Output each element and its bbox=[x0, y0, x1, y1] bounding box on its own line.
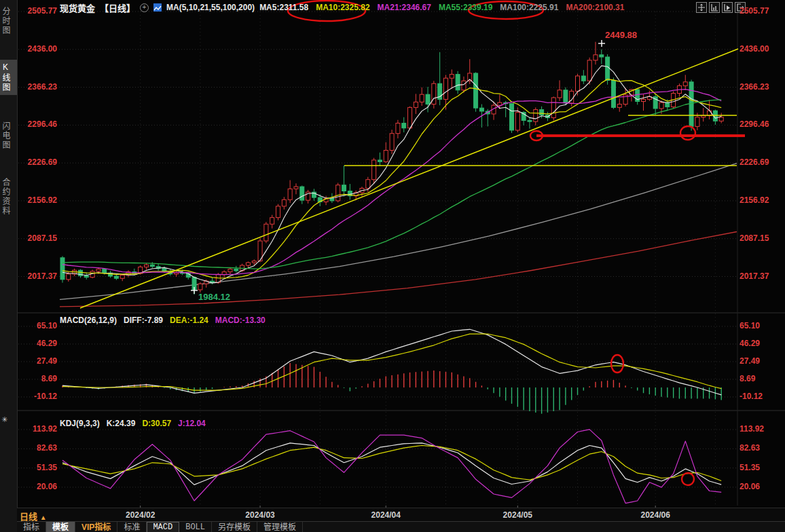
chart-canvas[interactable] bbox=[0, 0, 785, 532]
left-sidebar: 分时图K线图闪电图合约资料 ✳ bbox=[0, 0, 18, 532]
indicator-tab-bar: 指标模板VIP指标标准MACDBOLL另存模板管理模板 bbox=[17, 521, 785, 532]
sidebar-item-4[interactable]: 合约资料 bbox=[0, 175, 17, 218]
ma-legend-item-3: MA21:2346.67 bbox=[378, 3, 431, 12]
period-selector-label: 日线 bbox=[20, 512, 37, 522]
kdj-d-value: D:30.57 bbox=[142, 419, 171, 428]
ma-legend-item-1: MA5:2311.58 bbox=[259, 3, 308, 12]
ma-legend-item-6: MA200:2100.31 bbox=[566, 3, 624, 12]
x-axis-month-label: 2024/02 bbox=[126, 510, 155, 520]
tab-MACD[interactable]: MACD bbox=[147, 522, 179, 532]
ma-legend-icon bbox=[153, 3, 162, 12]
macd-dea-value: DEA:-1.24 bbox=[170, 316, 208, 325]
chevron-up-icon: ▲ bbox=[40, 514, 47, 521]
chart-toolbar bbox=[696, 2, 746, 13]
kdj-k-value: K:24.39 bbox=[107, 419, 136, 428]
tab-标准[interactable]: 标准 bbox=[117, 522, 147, 532]
tab-VIP指标[interactable]: VIP指标 bbox=[75, 522, 117, 532]
crosshair-icon[interactable] bbox=[696, 2, 707, 13]
tab-另存模板[interactable]: 另存模板 bbox=[212, 522, 257, 532]
sidebar-item-1[interactable]: 分时图 bbox=[0, 4, 17, 38]
tab-管理模板[interactable]: 管理模板 bbox=[257, 522, 303, 532]
ma-legend: MA5:2311.58MA10:2325.82MA21:2346.67MA55:… bbox=[259, 3, 626, 12]
chart-header: 现货黄金 【日线】 + MA(5,10,21,55,100,200) MA5:2… bbox=[60, 1, 626, 14]
tab-模板[interactable]: 模板 bbox=[46, 522, 75, 532]
kdj-title: KDJ(9,3,3) bbox=[60, 419, 100, 428]
exit-window-icon[interactable] bbox=[735, 2, 746, 13]
macd-diff-value: DIFF:-7.89 bbox=[124, 316, 163, 325]
macd-panel-header: MACD(26,12,9) DIFF:-7.89 DEA:-1.24 MACD:… bbox=[60, 316, 266, 325]
ma-legend-item-5: MA100:2225.91 bbox=[500, 3, 558, 12]
kdj-j-value: J:12.04 bbox=[178, 419, 206, 428]
tab-指标[interactable]: 指标 bbox=[17, 522, 46, 532]
ma-param-label: MA(5,10,21,55,100,200) bbox=[166, 3, 255, 12]
kdj-panel-header: KDJ(9,3,3) K:24.39 D:30.57 J:12.04 bbox=[60, 419, 206, 428]
macd-title: MACD(26,12,9) bbox=[60, 316, 117, 325]
ma-legend-item-4: MA55:2339.19 bbox=[439, 3, 492, 12]
macd-value: MACD:-13.30 bbox=[215, 316, 266, 325]
symbol-title: 现货黄金 bbox=[60, 1, 95, 14]
sidebar-item-2[interactable]: K线图 bbox=[0, 60, 17, 95]
axis-chart-play-icon[interactable] bbox=[722, 2, 733, 13]
axis-chart-left-icon[interactable] bbox=[709, 2, 720, 13]
x-axis-month-label: 2024/06 bbox=[640, 510, 670, 520]
sidebar-item-3[interactable]: 闪电图 bbox=[0, 119, 17, 153]
tab-BOLL[interactable]: BOLL bbox=[179, 522, 212, 532]
x-axis-timeline: 日线 ▲ 2024/022024/032024/042024/052024/06 bbox=[17, 508, 785, 522]
indicator-settings-icon[interactable]: ✳ bbox=[1, 415, 7, 424]
x-axis-month-label: 2024/04 bbox=[371, 510, 401, 520]
ma-legend-item-2: MA10:2325.82 bbox=[316, 3, 369, 12]
x-axis-month-label: 2024/03 bbox=[245, 510, 274, 520]
period-tag: 【日线】 bbox=[100, 1, 135, 14]
trading-app-window: 分时图K线图闪电图合约资料 ✳ 现货黄金 【日线】 + MA(5,10,21,5… bbox=[0, 0, 785, 532]
x-axis-month-label: 2024/05 bbox=[503, 510, 532, 520]
circle-plus-icon[interactable]: + bbox=[140, 3, 149, 12]
